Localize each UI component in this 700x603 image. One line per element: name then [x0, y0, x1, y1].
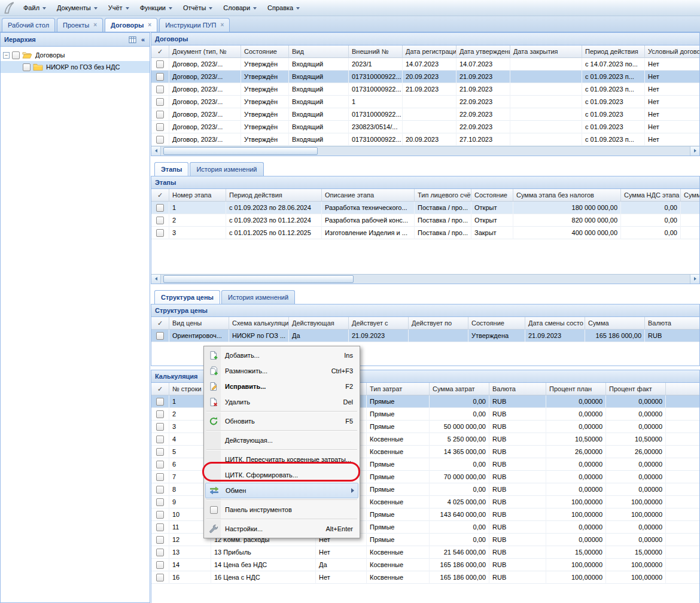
row-checkbox[interactable]: [156, 136, 164, 144]
column-header[interactable]: Документ (тип, №: [169, 45, 241, 58]
column-header[interactable]: Дата закрытия: [510, 45, 582, 58]
column-header[interactable]: Вид цены: [169, 317, 229, 330]
row-checkbox[interactable]: [156, 204, 164, 212]
column-header[interactable]: Вид: [289, 45, 349, 58]
column-header[interactable]: Условный догово: [645, 45, 700, 58]
column-header[interactable]: Процент факт: [606, 383, 666, 395]
menu-item[interactable]: Настройки...Alt+Enter: [205, 521, 358, 537]
menubar-item[interactable]: Функции: [135, 2, 178, 14]
row-checkbox[interactable]: [156, 448, 164, 456]
tree-node[interactable]: −Договоры: [1, 49, 150, 61]
column-header[interactable]: Дата регистрации: [403, 45, 456, 58]
column-header[interactable]: Процент план: [546, 383, 606, 395]
menu-item[interactable]: Панель инструментов: [205, 502, 358, 517]
scrollbar-thumb[interactable]: [163, 147, 318, 155]
menu-item[interactable]: Добавить...Ins: [205, 348, 358, 363]
column-header[interactable]: [666, 383, 700, 395]
menubar-item[interactable]: Учёт: [103, 2, 135, 14]
close-icon[interactable]: ×: [93, 22, 97, 28]
column-header[interactable]: Сумма этапа без налогов: [513, 189, 621, 202]
select-column-header[interactable]: ✓: [151, 383, 169, 395]
sub-tab[interactable]: Этапы: [154, 162, 188, 176]
column-header[interactable]: Валюта: [489, 383, 546, 395]
close-icon[interactable]: ×: [148, 22, 151, 28]
column-header[interactable]: Сумма затрат: [430, 383, 489, 395]
row-checkbox[interactable]: [156, 536, 164, 544]
menubar-item[interactable]: Словари: [218, 2, 262, 14]
column-header[interactable]: Номер этапа: [169, 189, 226, 202]
column-header[interactable]: Внешний №: [349, 45, 403, 58]
column-header[interactable]: Сумма: [585, 317, 645, 330]
table-row[interactable]: Договор, 2023/...УтверждёнВходящий017310…: [151, 71, 699, 83]
select-column-header[interactable]: ✓: [151, 317, 169, 330]
table-row[interactable]: 3с 01.01.2025 по 01.12.2025Изготовление …: [151, 227, 699, 239]
columns-icon[interactable]: [129, 36, 136, 44]
stages-horizontal-scrollbar[interactable]: [151, 274, 700, 284]
table-row[interactable]: 1с 01.09.2023 по 28.06.2024Разработка те…: [151, 202, 699, 214]
menu-item[interactable]: Действующая...: [205, 433, 358, 448]
column-header[interactable]: Схема калькуляци: [229, 317, 289, 330]
column-header[interactable]: Валюта: [645, 317, 700, 330]
scroll-left-button[interactable]: [151, 147, 161, 156]
row-checkbox[interactable]: [156, 410, 164, 418]
table-row[interactable]: Договор, 2023/...УтверждёнВходящий017310…: [151, 133, 699, 146]
column-header[interactable]: Тип затрат: [367, 383, 430, 395]
tree-checkbox[interactable]: [12, 51, 20, 59]
row-checkbox[interactable]: [156, 98, 164, 106]
column-header[interactable]: Состояние: [241, 45, 289, 58]
main-tab[interactable]: Договоры×: [105, 18, 157, 32]
main-tab[interactable]: Инструкции ПУП×: [159, 18, 230, 32]
row-checkbox[interactable]: [156, 73, 164, 81]
column-header[interactable]: Состояние: [471, 189, 513, 202]
close-icon[interactable]: ×: [220, 22, 224, 28]
row-checkbox[interactable]: [156, 461, 164, 468]
table-row[interactable]: Договор, 2023/...УтверждёнВходящий017310…: [151, 108, 699, 121]
row-checkbox[interactable]: [156, 332, 164, 340]
table-row[interactable]: 1616 Цена с НДСНетКосвенные165 186 000,0…: [151, 571, 699, 584]
collapse-panel-button[interactable]: «: [139, 36, 147, 43]
row-checkbox[interactable]: [156, 511, 164, 519]
table-row[interactable]: Ориентировоч...НИОКР по ГОЗ ...Да21.09.2…: [151, 330, 699, 342]
tree-expander[interactable]: −: [3, 52, 10, 59]
column-header[interactable]: Действует с: [349, 317, 409, 330]
select-column-header[interactable]: ✓: [151, 189, 169, 202]
table-row[interactable]: Договор, 2023/...УтверждёнВходящий2023/1…: [151, 58, 699, 71]
menu-item[interactable]: ЦИТК. Сформировать...: [205, 467, 358, 483]
table-row[interactable]: Договор, 2023/...УтверждёнВходящий017310…: [151, 83, 699, 96]
row-checkbox[interactable]: [156, 436, 164, 443]
tree-checkbox[interactable]: [23, 63, 31, 71]
scroll-left-button[interactable]: [151, 275, 161, 284]
menu-item[interactable]: Исправить...F2: [205, 379, 358, 394]
row-checkbox[interactable]: [156, 549, 164, 556]
menu-item[interactable]: УдалитьDel: [205, 394, 358, 410]
select-column-header[interactable]: ✓: [151, 45, 169, 58]
row-checkbox[interactable]: [156, 574, 164, 581]
menu-item[interactable]: ЦИТК. Пересчитать косвенные затраты...: [205, 452, 358, 467]
table-row[interactable]: Договор, 2023/...УтверждёнВходящий122.09…: [151, 96, 699, 108]
menubar-item[interactable]: Файл: [18, 2, 51, 14]
row-checkbox[interactable]: [156, 523, 164, 531]
menubar-item[interactable]: Справка: [262, 2, 305, 14]
menu-item[interactable]: Обмен: [205, 483, 358, 498]
column-header[interactable]: Тип лицевого счёт: [415, 189, 471, 202]
sub-tab[interactable]: История изменений: [221, 290, 295, 304]
column-header[interactable]: Сумм: [681, 189, 700, 202]
row-checkbox[interactable]: [156, 398, 164, 406]
column-header[interactable]: Действует по: [409, 317, 468, 330]
menu-item[interactable]: ОбновитьF5: [205, 413, 358, 429]
column-header[interactable]: Период действия: [226, 189, 322, 202]
scroll-right-button[interactable]: [690, 147, 699, 156]
sub-tab[interactable]: История изменений: [190, 162, 263, 176]
menubar-item[interactable]: Отчёты: [178, 2, 218, 14]
row-checkbox[interactable]: [156, 123, 164, 131]
column-header[interactable]: Сумма НДС этапа: [621, 189, 681, 202]
sub-tab[interactable]: Структура цены: [154, 290, 220, 304]
menu-item[interactable]: Размножить...Ctrl+F3: [205, 363, 358, 379]
column-header[interactable]: Состояние: [468, 317, 525, 330]
tree-node[interactable]: НИОКР по ГОЗ без НДС: [1, 61, 150, 73]
contracts-horizontal-scrollbar[interactable]: [151, 146, 700, 156]
row-checkbox[interactable]: [156, 473, 164, 481]
row-checkbox[interactable]: [156, 60, 164, 68]
row-checkbox[interactable]: [156, 217, 164, 224]
scroll-right-button[interactable]: [690, 275, 699, 284]
